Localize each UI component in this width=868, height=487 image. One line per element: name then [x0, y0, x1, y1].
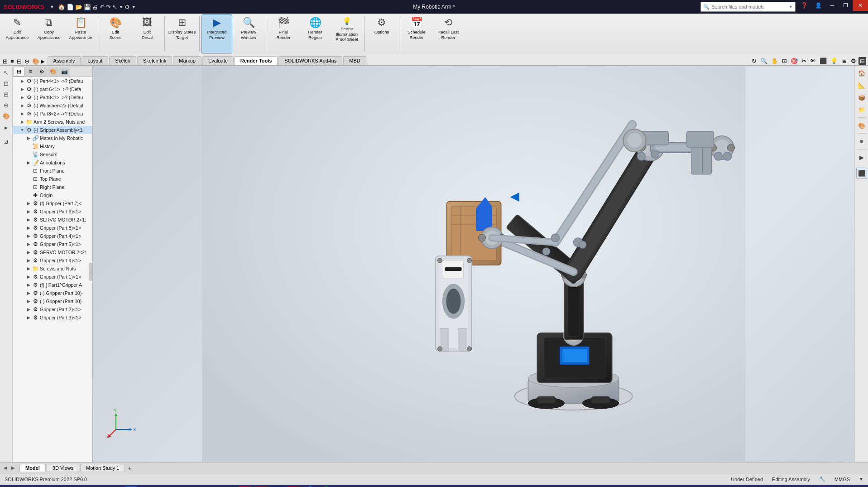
tab-assembly[interactable]: Assembly	[48, 56, 81, 65]
view-full[interactable]: ⊟	[858, 57, 866, 65]
tree-item-part8[interactable]: ▶ ⚙ (-) Part8<1> ->? (Defau	[13, 93, 92, 101]
view-hide[interactable]: 👁	[809, 57, 817, 65]
edit-scene-button[interactable]: 🎨 EditScene	[100, 14, 131, 53]
tab-markup[interactable]: Markup	[173, 56, 201, 65]
units-dropdown[interactable]: ▼	[859, 477, 863, 482]
search-input[interactable]	[711, 4, 789, 10]
tree-expand-washer[interactable]: ▶	[19, 103, 25, 108]
tree-expand-gp10a[interactable]: ▶	[25, 291, 32, 295]
options-button[interactable]: ⚙ Options	[366, 14, 397, 53]
tree-item-part6[interactable]: ▶ ⚙ (-) part 6<1> ->? (Defa	[13, 85, 92, 93]
tree-item-screws-nuts[interactable]: ▶ 📁 Screws and Nuts	[13, 265, 92, 273]
view-tool-1[interactable]: ⊞	[2, 58, 9, 65]
tree-expand-gp7[interactable]: ▶	[25, 201, 32, 206]
tree-item-servo-1[interactable]: ▶ ⚙ SERVO MOTOR.2<1:	[13, 216, 92, 224]
paste-appearance-button[interactable]: 📋 PasteAppearance	[65, 14, 96, 53]
tree-item-annotations[interactable]: ▶ 📝 Annotations	[13, 159, 92, 167]
tree-tab-cam[interactable]: 📷	[59, 67, 70, 77]
left-filter[interactable]: ⊿	[1, 136, 11, 146]
rt-home[interactable]: 🏠	[856, 68, 867, 78]
render-region-button[interactable]: 🌐 RenderRegion	[300, 14, 331, 53]
tree-expand-gp8[interactable]: ▶	[25, 226, 32, 230]
quick-access-home[interactable]: 🏠	[58, 4, 65, 10]
quick-access-cursor[interactable]: ↖	[112, 4, 117, 10]
view-tool-5[interactable]: 🎨	[31, 58, 40, 65]
rt-color[interactable]: 🎨	[856, 120, 867, 131]
tree-expand-part8b[interactable]: ▶	[19, 111, 25, 116]
rt-animate[interactable]: ▶	[856, 152, 867, 163]
tree-expand-part6[interactable]: ▶	[19, 87, 25, 92]
tab-render-tools[interactable]: Render Tools	[235, 56, 278, 65]
tree-expand-servo1[interactable]: ▶	[25, 217, 32, 222]
view-tool-2[interactable]: ≡	[10, 58, 15, 65]
tree-item-gripper-part10b[interactable]: ▶ ⚙ (-) Gripper (Part 10)-	[13, 297, 92, 305]
tab-solidworks-addins[interactable]: SOLIDWORKS Add-Ins	[278, 56, 342, 65]
view-rotate[interactable]: ↻	[750, 57, 758, 65]
tree-expand-mates[interactable]: ▶	[25, 136, 32, 140]
tree-expand-gp4[interactable]: ▶	[25, 234, 32, 238]
menu-file[interactable]: ▼	[48, 3, 57, 10]
tree-expand-servo2[interactable]: ▶	[25, 250, 32, 255]
left-tool-3[interactable]: ⊞	[1, 89, 11, 99]
search-dropdown[interactable]: ▼	[789, 5, 793, 9]
close-button[interactable]: ✕	[853, 0, 868, 11]
tree-item-gripper-part1[interactable]: ▶ ⚙ Gripper (Part 1)<1>	[13, 273, 92, 281]
view-settings[interactable]: ⚙	[849, 57, 858, 65]
restore-button[interactable]: ❐	[839, 0, 853, 11]
tree-expand-gp5[interactable]: ▶	[25, 242, 32, 246]
view-tool-4[interactable]: ⊕	[24, 58, 30, 65]
left-tool-arrow[interactable]: ▶	[1, 123, 11, 133]
tree-tab-display[interactable]: 🎨	[48, 67, 58, 77]
quick-access-open[interactable]: 📂	[75, 4, 82, 10]
left-tool-2[interactable]: ⊡	[1, 78, 11, 88]
tree-expand-gp10b[interactable]: ▶	[25, 299, 32, 304]
rt-model[interactable]: 📦	[856, 92, 867, 103]
bottom-tab-motion-study[interactable]: Motion Study 1	[80, 464, 125, 472]
tree-resize-handle[interactable]: ⋮	[89, 263, 92, 281]
tree-item-servo-2[interactable]: ▶ ⚙ SERVO MOTOR.2<2:	[13, 248, 92, 256]
tree-expand-gp3[interactable]: ▶	[25, 315, 32, 320]
view-zoom[interactable]: 🔍	[759, 57, 769, 65]
options-icon[interactable]: ⚙	[125, 4, 130, 10]
viewport[interactable]: X Y Z	[93, 66, 854, 462]
bottom-tab-model[interactable]: Model	[19, 464, 46, 472]
tree-item-gripper-part2[interactable]: ▶ ⚙ Gripper (Part 2)<1>	[13, 305, 92, 313]
help-icon[interactable]: ❓	[797, 0, 811, 11]
copy-appearance-button[interactable]: ⧉ CopyAppearance	[34, 14, 64, 53]
tree-expand-gp2[interactable]: ▶	[25, 307, 32, 312]
tree-expand-part4[interactable]: ▶	[19, 79, 25, 83]
tree-item-gripper-part5[interactable]: ▶ ⚙ Gripper (Part 5)<1>	[13, 240, 92, 248]
tree-tab-feature[interactable]: ⊞	[14, 67, 24, 77]
rt-list[interactable]: ≡	[856, 136, 867, 147]
tree-item-gripper-assembly[interactable]: ▼ ⚙ (-) Gripper Assembly<1:	[13, 126, 92, 134]
rt-magnify[interactable]: ⬛	[856, 168, 867, 178]
rt-folder[interactable]: 📁	[856, 104, 867, 115]
tree-item-top-plane[interactable]: ⊡ Top Plane	[13, 175, 92, 183]
rt-view[interactable]: 📐	[856, 80, 867, 91]
schedule-render-button[interactable]: 📅 ScheduleRender	[401, 14, 432, 53]
tree-item-arm2-screws[interactable]: ▶ 📁 Arm 2 Screws, Nuts and	[13, 118, 92, 126]
tree-expand-p1g[interactable]: ▶	[25, 283, 32, 287]
quick-access-save[interactable]: 💾	[84, 4, 91, 10]
tree-item-front-plane[interactable]: ⊡ Front Plane	[13, 167, 92, 175]
recall-last-render-button[interactable]: ⟲ Recall LastRender	[433, 14, 464, 53]
tab-sketch-ink[interactable]: Sketch Ink	[137, 56, 172, 65]
tree-item-right-plane[interactable]: ⊡ Right Plane	[13, 183, 92, 191]
proof-sheet-button[interactable]: 💡 Scene IlluminationProof Sheet	[331, 14, 362, 53]
tree-tab-config[interactable]: ⚙	[36, 67, 47, 77]
bottom-tab-3dviews[interactable]: 3D Views	[47, 464, 79, 472]
tab-evaluate[interactable]: Evaluate	[202, 56, 234, 65]
tab-layout[interactable]: Layout	[82, 56, 108, 65]
tree-tab-property[interactable]: ≡	[25, 67, 36, 77]
tree-expand-gripper[interactable]: ▼	[19, 128, 25, 132]
left-tool-5[interactable]: 🎨	[1, 111, 11, 121]
tree-item-part8b[interactable]: ▶ ⚙ (-) Part8<2> ->? (Defau	[13, 110, 92, 118]
tree-item-history[interactable]: 📜 History	[13, 142, 92, 150]
view-render[interactable]: 🖥	[840, 57, 849, 65]
quick-access-more[interactable]: ▼	[119, 5, 123, 10]
view-pan[interactable]: ✋	[770, 57, 780, 65]
tree-expand-gp9[interactable]: ▶	[25, 258, 32, 263]
quick-access-redo[interactable]: ↷	[106, 4, 111, 10]
tree-item-part4[interactable]: ▶ ⚙ (-) Part4<1> ->? (Defau	[13, 77, 92, 85]
tree-expand-gp1[interactable]: ▶	[25, 275, 32, 279]
